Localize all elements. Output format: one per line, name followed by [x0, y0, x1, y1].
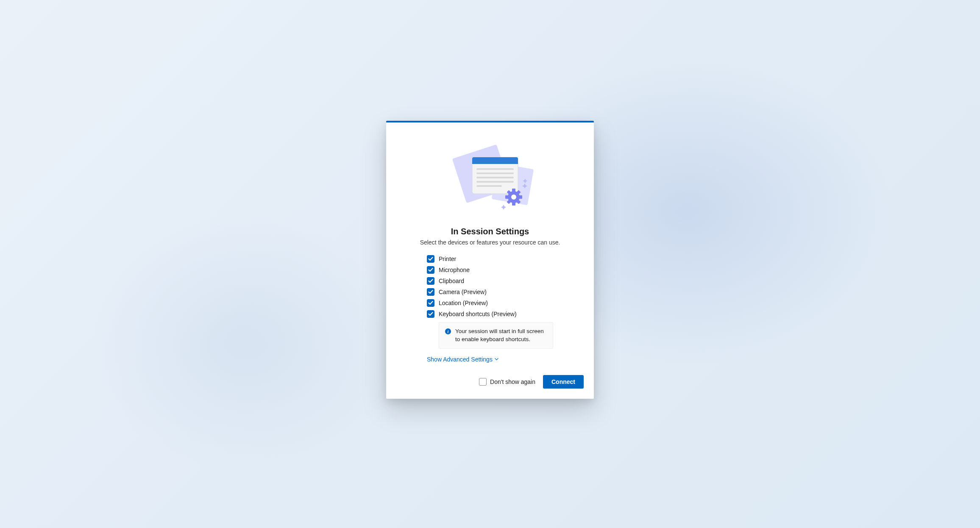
- option-row-keyboard: Keyboard shortcuts (Preview): [427, 310, 553, 318]
- svg-point-19: [511, 195, 516, 200]
- advanced-settings-label: Show Advanced Settings: [427, 356, 493, 363]
- dialog-title: In Session Settings: [403, 227, 577, 236]
- connect-button[interactable]: Connect: [543, 375, 584, 389]
- svg-rect-6: [476, 172, 514, 174]
- checkbox-camera[interactable]: [427, 288, 434, 296]
- option-row-printer: Printer: [427, 255, 553, 263]
- option-row-microphone: Microphone: [427, 266, 553, 274]
- option-row-location: Location (Preview): [427, 299, 553, 307]
- option-label-camera[interactable]: Camera (Preview): [439, 289, 487, 295]
- svg-rect-7: [476, 177, 514, 178]
- dialog-footer: Don't show again Connect: [386, 363, 594, 389]
- svg-rect-4: [472, 162, 518, 164]
- show-advanced-settings-link[interactable]: Show Advanced Settings: [427, 356, 499, 363]
- dont-show-again-label[interactable]: Don't show again: [490, 378, 535, 385]
- chevron-down-icon: [494, 357, 499, 361]
- option-label-printer[interactable]: Printer: [439, 256, 456, 262]
- checkbox-location[interactable]: [427, 299, 434, 307]
- svg-rect-11: [512, 189, 515, 192]
- option-label-location[interactable]: Location (Preview): [439, 300, 488, 306]
- checkbox-dont-show-again[interactable]: [479, 378, 487, 386]
- svg-rect-14: [519, 195, 522, 199]
- settings-illustration-icon: [439, 143, 541, 215]
- checkbox-printer[interactable]: [427, 255, 434, 263]
- session-settings-dialog: In Session Settings Select the devices o…: [386, 121, 594, 398]
- dialog-illustration: [386, 122, 594, 227]
- svg-rect-13: [505, 195, 509, 199]
- option-label-keyboard[interactable]: Keyboard shortcuts (Preview): [439, 311, 517, 317]
- option-label-clipboard[interactable]: Clipboard: [439, 278, 464, 284]
- info-icon: i: [445, 328, 451, 334]
- advanced-settings-row: Show Advanced Settings: [386, 349, 594, 363]
- dialog-heading: In Session Settings Select the devices o…: [386, 227, 594, 246]
- keyboard-info-box: i Your session will start in full screen…: [439, 322, 553, 348]
- svg-rect-12: [512, 202, 515, 206]
- option-row-camera: Camera (Preview): [427, 288, 553, 296]
- keyboard-info-text: Your session will start in full screen t…: [455, 328, 547, 343]
- svg-rect-8: [476, 181, 514, 183]
- dont-show-again-group: Don't show again: [479, 378, 535, 386]
- checkbox-microphone[interactable]: [427, 266, 434, 274]
- checkbox-clipboard[interactable]: [427, 277, 434, 285]
- svg-rect-9: [476, 185, 502, 187]
- option-row-clipboard: Clipboard: [427, 277, 553, 285]
- dialog-subtitle: Select the devices or features your reso…: [403, 239, 577, 246]
- svg-rect-5: [476, 168, 514, 170]
- option-label-microphone[interactable]: Microphone: [439, 267, 470, 273]
- checkbox-keyboard[interactable]: [427, 310, 434, 318]
- options-list: Printer Microphone Clipboard Camera (Pre…: [386, 255, 594, 348]
